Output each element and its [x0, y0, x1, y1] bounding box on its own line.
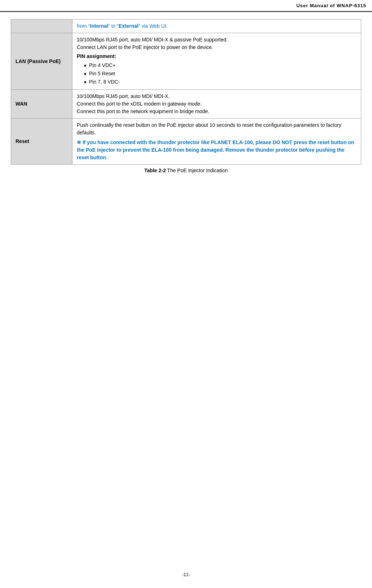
- reset-label-cell: Reset: [11, 119, 72, 165]
- wan-line2: Connect this port to the xDSL modem in g…: [77, 100, 356, 108]
- caption-bold: Table 2-2: [144, 168, 166, 173]
- reset-desc-cell: Push continually the reset button on the…: [72, 119, 361, 165]
- page-header: User Manual of WNAP-6315: [0, 0, 372, 12]
- intro-desc-cell: from “Internal” to “External” via Web UI…: [72, 19, 361, 33]
- reset-label: Reset: [15, 138, 29, 144]
- lan-label-cell: LAN (Passive PoE): [11, 33, 72, 90]
- pin1-text: Pin 4 VDC+: [89, 62, 116, 69]
- wan-line3: Connect this port to the network equipme…: [77, 108, 356, 115]
- lan-line1: 10/100Mbps RJ45 port, auto MDI/ MDI-X & …: [77, 36, 356, 44]
- intro-external: External: [119, 23, 138, 29]
- pin-list: Pin 4 VDC+ Pin 5 Reset Pin 7, 8 VDC-: [77, 62, 356, 86]
- page-footer: -11-: [0, 572, 372, 577]
- caption-normal: The PoE Injector Indication: [166, 168, 228, 173]
- lan-label: LAN (Passive PoE): [15, 58, 61, 64]
- intro-suffix: ” via Web UI.: [138, 23, 168, 29]
- pin-list-item-2: Pin 5 Reset: [84, 70, 356, 77]
- intro-middle: ” to “: [108, 23, 119, 29]
- page-content: from “Internal” to “External” via Web UI…: [0, 12, 372, 184]
- reset-warning: ※ If you have connected with the thunder…: [77, 139, 356, 161]
- intro-label-cell: [11, 19, 72, 33]
- page-number: -11-: [182, 572, 190, 577]
- wan-desc-cell: 10/100Mbps RJ45 port, auto MDI/ MDI-X. C…: [72, 90, 361, 119]
- pin3-text: Pin 7, 8 VDC-: [89, 78, 120, 86]
- intro-text: from “Internal” to “External” via Web UI…: [77, 23, 168, 29]
- header-title: User Manual of WNAP-6315: [296, 3, 366, 8]
- table-row-wan: WAN 10/100Mbps RJ45 port, auto MDI/ MDI-…: [11, 90, 361, 119]
- lan-desc-cell: 10/100Mbps RJ45 port, auto MDI/ MDI-X & …: [72, 33, 361, 90]
- lan-pin-header: PIN assignment:: [77, 53, 356, 60]
- pin2-text: Pin 5 Reset: [89, 70, 115, 77]
- pin-list-item-1: Pin 4 VDC+: [84, 62, 356, 69]
- table-row-intro: from “Internal” to “External” via Web UI…: [11, 19, 361, 33]
- table-caption: Table 2-2 The PoE Injector Indication: [11, 168, 361, 173]
- reset-line1: Push continually the reset button on the…: [77, 121, 356, 137]
- wan-line1: 10/100Mbps RJ45 port, auto MDI/ MDI-X.: [77, 93, 356, 100]
- wan-label: WAN: [15, 101, 27, 107]
- intro-internal: Internal: [90, 23, 108, 29]
- table-row-reset: Reset Push continually the reset button …: [11, 119, 361, 165]
- intro-prefix: from “: [77, 23, 90, 29]
- pin-list-item-3: Pin 7, 8 VDC-: [84, 78, 356, 86]
- lan-line2: Connect LAN port to the PoE injector to …: [77, 44, 356, 51]
- wan-label-cell: WAN: [11, 90, 72, 119]
- main-table: from “Internal” to “External” via Web UI…: [11, 19, 361, 165]
- table-row-lan: LAN (Passive PoE) 10/100Mbps RJ45 port, …: [11, 33, 361, 90]
